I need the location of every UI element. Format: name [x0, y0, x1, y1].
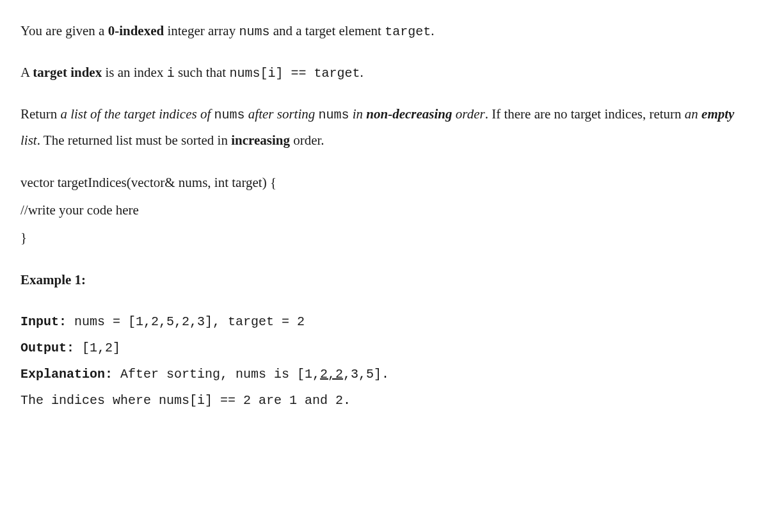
bold-text: increasing	[231, 133, 290, 148]
text: such that	[175, 65, 230, 80]
bold-italic-text: non-decreasing	[366, 106, 452, 122]
italic-text: after sorting	[245, 106, 319, 122]
explanation-text: After sorting, nums is [1,	[113, 367, 320, 382]
bold-text: 0-indexed	[108, 23, 164, 38]
italic-text: list	[20, 133, 37, 148]
output-value: [1,2]	[74, 341, 120, 355]
italic-text: in	[349, 106, 367, 122]
text: You are given a	[20, 23, 108, 38]
underlined-text: 2,2	[320, 367, 343, 382]
example-block: Input: nums = [1,2,5,2,3], target = 2 Ou…	[20, 309, 748, 414]
code-text: target	[385, 24, 431, 39]
code-text: nums	[318, 108, 349, 122]
text: A	[20, 65, 33, 80]
paragraph-1: You are given a 0-indexed integer array …	[20, 18, 748, 44]
text: .	[360, 65, 363, 80]
text: order.	[290, 133, 324, 148]
code-text: nums	[239, 24, 269, 39]
text: Return	[20, 106, 60, 122]
italic-text: order	[452, 106, 485, 122]
text: is an index	[102, 65, 166, 80]
bold-text: target index	[33, 65, 102, 80]
function-signature: vector targetIndices(vector& nums, int t…	[20, 169, 748, 252]
code-text: nums	[214, 108, 245, 122]
example-explanation-line-1: Explanation: After sorting, nums is [1,2…	[20, 361, 748, 387]
explanation-label: Explanation:	[20, 367, 113, 382]
code-text: i	[167, 66, 175, 81]
text: integer array	[164, 23, 239, 38]
signature-line-3: }	[20, 224, 748, 252]
signature-line-2: //write your code here	[20, 197, 748, 224]
text: . The returned list must be sorted in	[37, 133, 231, 148]
input-label: Input:	[20, 314, 67, 329]
bold-italic-text: empty	[701, 106, 734, 122]
code-text: nums[i] == target	[229, 66, 360, 81]
example-output-line: Output: [1,2]	[20, 335, 748, 361]
text: . If there are no target indices, return	[485, 106, 685, 122]
text: .	[431, 23, 434, 38]
paragraph-3: Return a list of the target indices of n…	[20, 101, 748, 154]
italic-text: an	[685, 106, 701, 122]
italic-text: a list of the target indices of	[60, 106, 214, 122]
signature-line-1: vector targetIndices(vector& nums, int t…	[20, 169, 748, 197]
example-explanation-line-2: The indices where nums[i] == 2 are 1 and…	[20, 387, 748, 414]
paragraph-2: A target index is an index i such that n…	[20, 60, 748, 86]
example-heading: Example 1:	[20, 267, 748, 293]
example-input-line: Input: nums = [1,2,5,2,3], target = 2	[20, 309, 748, 335]
output-label: Output:	[20, 341, 74, 355]
explanation-text: ,3,5].	[343, 367, 389, 382]
text: and a target element	[269, 23, 385, 38]
input-value: nums = [1,2,5,2,3], target = 2	[67, 314, 305, 329]
